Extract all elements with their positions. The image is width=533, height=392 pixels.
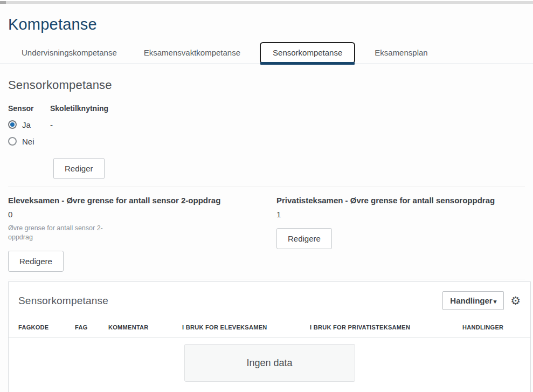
chevron-down-icon: ▾ <box>494 298 497 305</box>
radio-ja-label: Ja <box>22 120 31 129</box>
column-header-kommentar: Kommentar <box>108 324 182 337</box>
privatisteksamen-redigere-button[interactable]: Redigere <box>276 228 332 249</box>
card-title: Sensorkompetanse <box>18 295 108 307</box>
privatisteksamen-limit-title: Privatisteksamen - Øvre grense for antal… <box>276 196 525 205</box>
eleveksamen-limit: Eleveksamen - Øvre grense for antall sen… <box>8 196 276 272</box>
skoletilknytning-label: Skoletilknytning <box>50 104 108 113</box>
page-title: Kompetanse <box>8 16 533 33</box>
divider <box>8 279 525 279</box>
skoletilknytning-value: - <box>50 120 108 129</box>
sensor-label: Sensor <box>8 104 50 113</box>
eleveksamen-redigere-button[interactable]: Redigere <box>8 251 64 272</box>
radio-nei-label: Nei <box>22 137 34 146</box>
page-content: Kompetanse Undervisningskompetanse Eksam… <box>0 4 533 392</box>
radio-option-nei[interactable]: Nei <box>8 136 50 146</box>
rediger-button[interactable]: Rediger <box>53 158 105 179</box>
divider <box>8 187 525 187</box>
gear-icon[interactable]: ⚙ <box>510 295 521 306</box>
table-header-row: Fagkode Fag Kommentar I bruk for eleveks… <box>9 324 530 338</box>
radio-nei-input[interactable] <box>8 137 17 146</box>
privatisteksamen-limit-value: 1 <box>276 210 525 219</box>
sensor-section-heading: Sensorkompetanse <box>8 78 525 92</box>
column-header-handlinger: Handlinger <box>462 324 521 337</box>
tab-sensorkompetanse[interactable]: Sensorkompetanse <box>260 42 355 64</box>
sensorkompetanse-table-card: Sensorkompetanse Handlinger▾ ⚙ Fagkode F… <box>8 281 531 392</box>
handlinger-dropdown-button[interactable]: Handlinger▾ <box>442 291 504 310</box>
tab-eksamensvaktkompetanse[interactable]: Eksamensvaktkompetanse <box>136 42 248 64</box>
limits-section: Eleveksamen - Øvre grense for antall sen… <box>0 196 533 272</box>
column-header-i-bruk-for-eleveksamen: I bruk for eleveksamen <box>182 324 310 337</box>
column-header-i-bruk-for-privatisteksamen: I bruk for privatisteksamen <box>310 324 462 337</box>
privatisteksamen-limit: Privatisteksamen - Øvre grense for antal… <box>276 196 525 272</box>
tab-undervisningskompetanse[interactable]: Undervisningskompetanse <box>14 42 124 64</box>
radio-option-ja[interactable]: Ja <box>8 120 50 129</box>
eleveksamen-limit-value: 0 <box>8 210 276 219</box>
eleveksamen-limit-title: Eleveksamen - Øvre grense for antall sen… <box>8 196 276 205</box>
column-header-fag: Fag <box>75 324 108 337</box>
column-header-fagkode: Fagkode <box>18 324 75 337</box>
eleveksamen-limit-help: Øvre grense for antall sensor 2-oppdrag <box>8 224 112 242</box>
sensor-section: Sensorkompetanse Sensor Ja Nei Skoletilk… <box>0 78 533 179</box>
tab-eksamensplan[interactable]: Eksamensplan <box>367 42 435 64</box>
radio-ja-input[interactable] <box>8 120 17 129</box>
tab-bar: Undervisningskompetanse Eksamensvaktkomp… <box>0 41 533 64</box>
empty-table-message: Ingen data <box>184 344 355 382</box>
